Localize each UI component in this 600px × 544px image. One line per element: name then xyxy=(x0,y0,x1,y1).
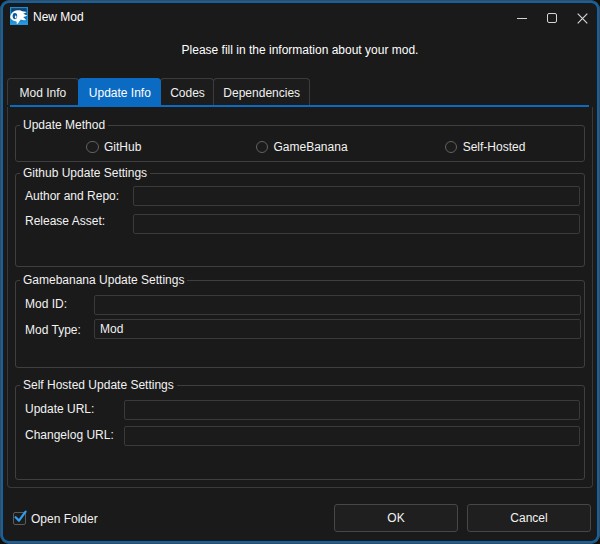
new-mod-dialog: New Mod Please fill in the information a… xyxy=(0,0,600,544)
mod-type-label: Mod Type: xyxy=(25,323,81,337)
group-update-method-legend: Update Method xyxy=(20,118,108,133)
author-and-repo-input[interactable] xyxy=(133,186,581,206)
release-asset-label: Release Asset: xyxy=(25,214,105,228)
tab-bar: Mod Info Update Info Codes Dependencies xyxy=(7,78,310,105)
radio-github[interactable]: GitHub xyxy=(86,140,141,154)
open-folder-label: Open Folder xyxy=(31,512,98,526)
dialog-subtitle: Please fill in the information about you… xyxy=(0,43,600,57)
tab-underline xyxy=(10,105,590,108)
mod-type-input[interactable] xyxy=(94,319,581,339)
radio-self-hosted-circle[interactable] xyxy=(445,141,458,154)
group-gamebanana-settings-legend: Gamebanana Update Settings xyxy=(20,273,187,288)
group-github-settings-legend: Github Update Settings xyxy=(20,166,150,181)
update-url-input[interactable] xyxy=(124,400,580,420)
tab-mod-info[interactable]: Mod Info xyxy=(7,78,80,105)
radio-gamebanana-label: GameBanana xyxy=(274,140,348,154)
radio-gamebanana[interactable]: GameBanana xyxy=(256,140,348,154)
app-icon xyxy=(10,7,28,25)
caption-buttons xyxy=(507,2,597,34)
radio-github-circle[interactable] xyxy=(86,141,99,154)
mod-id-input[interactable] xyxy=(94,295,581,315)
tab-update-info[interactable]: Update Info xyxy=(78,78,161,105)
release-asset-input[interactable] xyxy=(133,214,581,234)
changelog-url-input[interactable] xyxy=(124,426,580,446)
radio-self-hosted-label: Self-Hosted xyxy=(463,140,526,154)
tab-dependencies[interactable]: Dependencies xyxy=(213,78,310,105)
radio-gamebanana-circle[interactable] xyxy=(256,141,269,154)
update-url-label: Update URL: xyxy=(25,402,94,416)
close-icon xyxy=(577,13,588,24)
author-and-repo-label: Author and Repo: xyxy=(25,189,119,203)
cancel-button[interactable]: Cancel xyxy=(467,504,591,532)
radio-self-hosted[interactable]: Self-Hosted xyxy=(445,140,526,154)
minimize-icon xyxy=(517,18,527,19)
group-self-hosted-settings-legend: Self Hosted Update Settings xyxy=(20,378,177,393)
minimize-button[interactable] xyxy=(507,2,537,34)
maximize-icon xyxy=(547,13,557,23)
window-title: New Mod xyxy=(33,10,84,25)
radio-github-label: GitHub xyxy=(104,140,141,154)
titlebar[interactable]: New Mod xyxy=(0,0,600,36)
changelog-url-label: Changelog URL: xyxy=(25,428,114,442)
check-icon xyxy=(14,510,27,523)
tab-codes[interactable]: Codes xyxy=(160,78,214,105)
ok-button[interactable]: OK xyxy=(334,504,458,532)
mod-id-label: Mod ID: xyxy=(25,297,67,311)
maximize-button[interactable] xyxy=(537,2,567,34)
close-button[interactable] xyxy=(567,2,597,34)
